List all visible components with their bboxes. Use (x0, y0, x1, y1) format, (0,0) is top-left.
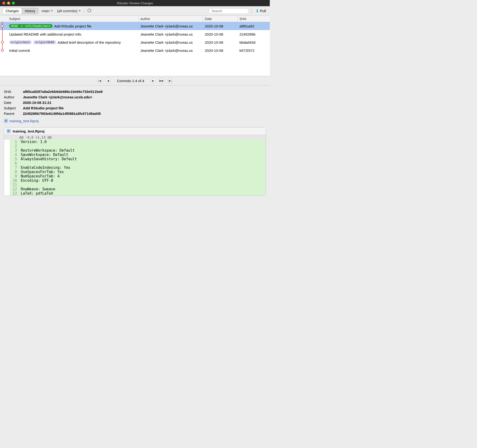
commit-subject: Initial commit (9, 48, 30, 53)
diff-line-added: 6 (4, 161, 266, 166)
table-empty-space (0, 54, 270, 76)
rproj-file-icon: R (4, 119, 8, 123)
toolbar-divider (84, 8, 84, 14)
ref-pill: HEAD -> refs/heads/main (9, 24, 53, 28)
toolbar: Changes History main (all commits) ⬇ Pul… (0, 6, 270, 16)
tab-history[interactable]: History (22, 8, 38, 14)
last-page-button[interactable]: ▶| (167, 78, 173, 83)
diff-panel: R training_test.Rproj @@ -0,0 +1,13 @@ 1… (4, 127, 266, 196)
commit-graph-cell (0, 30, 7, 38)
search-box[interactable] (209, 8, 249, 14)
commit-row[interactable]: origin/mainorigin/HEADAdded brief descri… (0, 38, 270, 46)
commit-date: 2020-10-08 (203, 40, 238, 44)
svg-point-6 (1, 41, 4, 43)
maximize-window-icon[interactable] (12, 2, 15, 5)
fast-forward-button[interactable]: ▶▶ (159, 78, 164, 83)
diff-line-added: 7EnableCodeIndexing: Yes (4, 166, 266, 170)
branch-selector[interactable]: main (41, 8, 54, 13)
refresh-icon (87, 8, 91, 13)
commit-date: 2020-10-08 (203, 32, 238, 36)
detail-label-date: Date (4, 100, 23, 105)
commit-subject-cell: HEAD -> refs/heads/mainAdd RStudio proje… (7, 24, 138, 28)
commit-subject-cell: origin/mainorigin/HEADAdded brief descri… (7, 40, 138, 44)
col-date[interactable]: Date (203, 16, 238, 22)
diff-line-added: 3RestoreWorkspace: Default (4, 148, 266, 153)
chevron-down-icon (51, 10, 53, 12)
pull-button[interactable]: ⬇ Pull (254, 8, 267, 14)
commit-graph-cell (0, 38, 7, 46)
col-subject[interactable]: Subject (7, 16, 138, 22)
commit-filter-label: (all commits) (57, 9, 77, 13)
table-header-row: Subject Author Date SHA (0, 16, 270, 22)
commit-graph-cell (0, 46, 7, 54)
pager: |◀ ◀ Commits 1-4 of 4 ▶ ▶▶ ▶| (0, 76, 270, 85)
download-arrow-icon: ⬇ (256, 8, 259, 14)
commit-graph-cell (0, 22, 7, 30)
search-input[interactable] (212, 9, 253, 13)
detail-label-author: Author (4, 94, 23, 100)
svg-point-3 (1, 25, 4, 27)
diff-line-added: 10Encoding: UTF-8 (4, 178, 266, 183)
pager-status: Commits 1-4 of 4 (117, 79, 144, 83)
detail-subject: Add RStudio project file (23, 105, 106, 111)
diff-line-added: 13LaTeX: pdfLaTeX (4, 191, 266, 196)
diff-line-added: 2 (4, 144, 266, 148)
view-toggle: Changes History (2, 8, 38, 14)
detail-sha: af85ca9297a9a2ebb6de686c10e66c733e511be8 (23, 89, 106, 94)
diff-line-added: 1Version: 1.0 (4, 140, 266, 144)
diff-file-header: R training_test.Rproj (4, 127, 266, 135)
diff-line-added: 9NumSpacesForTab: 4 (4, 174, 266, 178)
diff-line-added: 4SaveWorkspace: Default (4, 153, 266, 157)
commit-row[interactable]: HEAD -> refs/heads/mainAdd RStudio proje… (0, 22, 270, 30)
diff-line-added: 11 (4, 183, 266, 187)
diff-hunk-header: @@ -0,0 +1,13 @@ (4, 135, 266, 140)
toolbar-divider (251, 8, 252, 14)
commit-sha: bbdad43d (238, 40, 270, 44)
changed-file-link[interactable]: R training_test.Rproj (4, 119, 266, 123)
commit-author: Jeanette Clark <jclark@nceas.uc (138, 32, 203, 36)
col-author[interactable]: Author (138, 16, 203, 22)
commit-author: Jeanette Clark <jclark@nceas.uc (138, 40, 203, 44)
prev-page-button[interactable]: ◀ (106, 78, 111, 83)
window-titlebar: RStudio: Review Changes (0, 0, 270, 6)
commit-sha: 2245289b (238, 32, 270, 36)
commit-subject: Add RStudio project file (54, 24, 91, 28)
close-window-icon[interactable] (2, 2, 5, 5)
pull-label: Pull (260, 9, 266, 13)
diff-line-added: 8UseSpacesForTab: Yes (4, 170, 266, 174)
col-sha[interactable]: SHA (238, 16, 270, 22)
detail-date: 2020-10-08 21:21 (23, 100, 106, 105)
commit-filter-selector[interactable]: (all commits) (56, 8, 82, 13)
changed-file-name[interactable]: training_test.Rproj (10, 119, 39, 123)
next-page-button[interactable]: ▶ (150, 78, 156, 83)
ref-pill: origin/HEAD (33, 40, 56, 44)
minimize-window-icon[interactable] (7, 2, 10, 5)
tab-changes[interactable]: Changes (3, 8, 22, 14)
diff-line-added: 12RnwWeave: Sweave (4, 187, 266, 191)
commit-subject: Updated README with additional project i… (9, 32, 82, 36)
rproj-file-icon: R (6, 129, 11, 133)
commit-sha: af85ca92 (238, 24, 270, 28)
diff-line-added: 5AlwaysSaveHistory: Default (4, 157, 266, 161)
commit-table: Subject Author Date SHA HEAD -> refs/hea… (0, 16, 270, 76)
first-page-button[interactable]: |◀ (97, 78, 102, 83)
commit-subject-cell: Initial commit (7, 48, 138, 53)
refresh-button[interactable] (87, 8, 92, 14)
detail-label-sha: SHA (4, 89, 23, 94)
chevron-down-icon (79, 10, 81, 12)
svg-point-8 (1, 49, 4, 52)
detail-author: Jeanette Clark <jclark@nceas.ucsb.edu> (23, 94, 106, 100)
detail-parent: 2245289b7953e6149fda14f0981a3fc67149ad45 (23, 111, 106, 116)
commit-sha: b572f372 (238, 48, 270, 53)
commit-date: 2020-10-08 (203, 24, 238, 28)
diff-file-name: training_test.Rproj (13, 129, 44, 133)
window-title: RStudio: Review Changes (0, 1, 270, 5)
commit-details: SHA af85ca9297a9a2ebb6de686c10e66c733e51… (0, 85, 270, 125)
branch-name: main (42, 9, 50, 13)
commit-author: Jeanette Clark <jclark@nceas.uc (138, 24, 203, 28)
window-traffic-lights (2, 2, 15, 5)
commit-row[interactable]: Initial commitJeanette Clark <jclark@nce… (0, 46, 270, 54)
ref-pill: origin/main (9, 40, 32, 44)
commit-date: 2020-10-08 (203, 48, 238, 53)
commit-row[interactable]: Updated README with additional project i… (0, 30, 270, 38)
